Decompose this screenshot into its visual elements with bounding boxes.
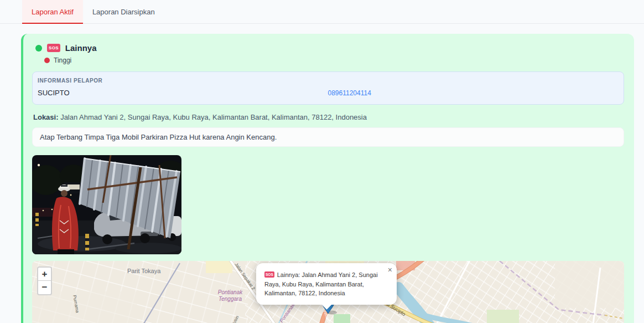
reporter-name: SUCIPTO (38, 89, 328, 97)
map-popup: SOSLainnya: Jalan Ahmad Yani 2, Sungai R… (256, 263, 397, 305)
priority-dot-icon (44, 58, 50, 63)
report-description: Atap Terbang Timpa Tiga Mobil Parkiran P… (32, 127, 624, 147)
location-value: Jalan Ahmad Yani 2, Sungai Raya, Kubu Ra… (60, 113, 367, 121)
popup-sos-badge: SOS (264, 271, 274, 278)
map-zoom-out-button[interactable]: − (38, 281, 51, 294)
location-line: Lokasi: Jalan Ahmad Yani 2, Sungai Raya,… (33, 113, 624, 121)
reporter-info-row: SUCIPTO 089611204114 (38, 89, 618, 97)
map-zoom-in-button[interactable]: + (38, 268, 51, 281)
tab-laporan-diarsipkan[interactable]: Laporan Diarsipkan (83, 0, 164, 23)
status-dot-icon (35, 45, 42, 52)
map-zoom-control: + − (37, 266, 52, 295)
report-photo-thumbnail[interactable] (32, 155, 181, 254)
map-label-pontianak-tenggara-1: Pontianak (218, 289, 243, 295)
reporter-section-label: INFORMASI PELAPOR (38, 78, 618, 84)
tab-laporan-aktif[interactable]: Laporan Aktif (22, 0, 83, 24)
map-label-pontianak-tenggara-2: Tenggara (219, 296, 242, 302)
photo-illustration (32, 155, 181, 254)
priority-row: Tinggi (44, 57, 624, 64)
report-tabs: Laporan Aktif Laporan Diarsipkan (0, 0, 644, 24)
popup-text: Lainnya: Jalan Ahmad Yani 2, Sungai Raya… (264, 271, 378, 296)
location-label: Lokasi: (33, 113, 59, 121)
priority-label: Tinggi (54, 57, 71, 64)
map-label-parit-tokaya: Parit Tokaya (127, 268, 161, 274)
reporter-phone-link[interactable]: 089611204114 (328, 89, 619, 97)
report-card: SOS Lainnya Tinggi INFORMASI PELAPOR SUC… (21, 34, 634, 323)
popup-close-icon[interactable]: × (388, 266, 392, 274)
report-card-header: SOS Lainnya (32, 43, 624, 53)
reporter-info-box: INFORMASI PELAPOR SUCIPTO 089611204114 (32, 71, 624, 105)
sos-badge: SOS (47, 44, 60, 52)
report-category-title: Lainnya (65, 43, 97, 53)
location-map[interactable]: Parit Tokaya Pontianak Tenggara Bansir D… (32, 261, 624, 323)
